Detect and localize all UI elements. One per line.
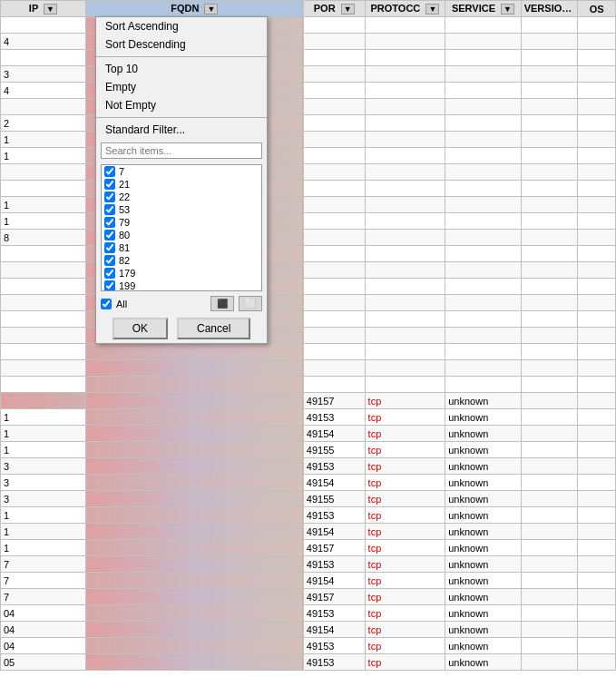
filter-list-item[interactable]: 21	[102, 178, 261, 191]
separator-2	[96, 117, 267, 118]
filter-item-checkbox[interactable]	[104, 179, 115, 190]
col-header-a[interactable]: IP ▼	[1, 1, 86, 17]
separator-1	[96, 56, 267, 57]
col-c-filter-btn[interactable]: ▼	[341, 4, 355, 15]
not-empty-item[interactable]: Not Empty	[96, 96, 267, 114]
col-header-d[interactable]: PROTOCC ▼	[365, 1, 445, 17]
filter-list-item[interactable]: 81	[102, 241, 261, 254]
filter-item-label: 79	[119, 217, 130, 228]
col-d-label: PROTOCC	[371, 3, 421, 14]
col-f-label: VERSIO	[524, 3, 572, 14]
filter-item-checkbox[interactable]	[104, 191, 115, 202]
filter-item-label: 7	[119, 166, 124, 177]
filter-item-label: 80	[119, 230, 130, 240]
filter-item-checkbox[interactable]	[104, 255, 115, 266]
filter-item-label: 53	[119, 204, 130, 215]
filter-list[interactable]: 721225379808182179199	[101, 164, 262, 291]
filter-item-checkbox[interactable]	[104, 166, 115, 177]
empty-item[interactable]: Empty	[96, 78, 267, 96]
filter-list-item[interactable]: 80	[102, 229, 261, 241]
filter-item-checkbox[interactable]	[104, 280, 115, 291]
filter-item-label: 22	[119, 191, 130, 202]
col-g-label: OS	[590, 4, 604, 15]
col-a-filter-btn[interactable]: ▼	[44, 4, 57, 15]
cancel-button[interactable]: Cancel	[177, 318, 250, 339]
filter-list-item[interactable]: 82	[102, 254, 261, 267]
filter-item-checkbox[interactable]	[104, 268, 115, 279]
col-header-b[interactable]: FQDN ▼	[85, 1, 303, 17]
filter-list-item[interactable]: 79	[102, 216, 261, 229]
col-e-filter-btn[interactable]: ▼	[501, 4, 514, 15]
filter-all-row: All ⬛ ⬜	[96, 293, 267, 314]
filter-item-checkbox[interactable]	[104, 242, 115, 253]
ok-button[interactable]: OK	[112, 318, 168, 339]
sort-descending-item[interactable]: Sort Descending	[96, 35, 267, 54]
filter-icon-btn-1[interactable]: ⬛	[210, 296, 234, 311]
spreadsheet: IP ▼ FQDN ▼ POR ▼ PROTOCC ▼ SERVICE ▼	[0, 0, 616, 677]
col-c-label: POR	[314, 3, 336, 14]
filter-item-label: 199	[119, 280, 135, 291]
dialog-buttons: OK Cancel	[96, 314, 267, 343]
filter-item-checkbox[interactable]	[104, 204, 115, 215]
filter-icon-btn-2[interactable]: ⬜	[239, 296, 262, 311]
search-input[interactable]	[101, 142, 262, 159]
filter-list-item[interactable]: 22	[102, 191, 261, 203]
filter-item-checkbox[interactable]	[104, 217, 115, 228]
filter-list-item[interactable]: 7	[102, 165, 261, 178]
col-header-g[interactable]: OS	[578, 1, 616, 17]
all-checkbox[interactable]	[101, 299, 112, 309]
filter-item-label: 81	[119, 242, 130, 253]
col-d-filter-btn[interactable]: ▼	[425, 4, 439, 15]
col-b-filter-btn[interactable]: ▼	[204, 4, 218, 15]
col-header-f[interactable]: VERSIO ▼	[521, 1, 578, 17]
filter-list-item[interactable]: 53	[102, 203, 261, 216]
filter-list-item[interactable]: 199	[102, 280, 261, 291]
standard-filter-item[interactable]: Standard Filter...	[96, 121, 267, 139]
top10-item[interactable]: Top 10	[96, 60, 267, 78]
filter-dropdown: Sort Ascending Sort Descending Top 10 Em…	[95, 16, 268, 344]
filter-item-checkbox[interactable]	[104, 230, 115, 240]
filter-item-label: 179	[119, 268, 135, 279]
filter-item-label: 82	[119, 255, 130, 266]
all-label: All	[116, 299, 206, 309]
col-header-e[interactable]: SERVICE ▼	[445, 1, 521, 17]
sort-ascending-item[interactable]: Sort Ascending	[96, 17, 267, 35]
filter-item-label: 21	[119, 179, 130, 190]
col-a-label: IP	[29, 3, 38, 14]
filter-list-item[interactable]: 179	[102, 267, 261, 280]
grid-table: IP ▼ FQDN ▼ POR ▼ PROTOCC ▼ SERVICE ▼	[0, 0, 616, 671]
col-header-c[interactable]: POR ▼	[303, 1, 365, 17]
col-b-label: FQDN	[171, 3, 199, 14]
col-e-label: SERVICE	[452, 3, 495, 14]
